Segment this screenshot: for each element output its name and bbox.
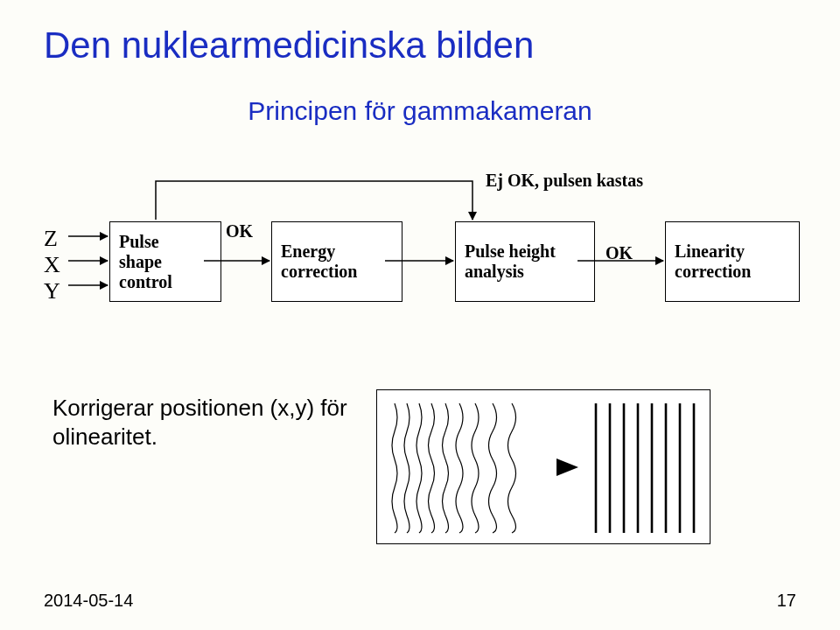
input-x: X xyxy=(44,252,60,278)
box-label: Energy correction xyxy=(281,242,357,282)
box-linearity-correction: Linearity correction xyxy=(665,221,800,302)
input-signals: Z X Y xyxy=(44,226,60,304)
box-label: Pulse shape control xyxy=(119,232,172,292)
input-z: Z xyxy=(44,226,60,252)
ok-label-2: OK xyxy=(606,243,633,263)
svg-marker-6 xyxy=(556,458,578,476)
page-title: Den nuklearmedicinska bilden xyxy=(44,24,534,66)
box-pulse-height-analysis: Pulse height analysis xyxy=(455,221,595,302)
box-energy-correction: Energy correction xyxy=(271,221,402,302)
linearity-illustration xyxy=(376,389,710,544)
box-label: Pulse height analysis xyxy=(465,242,556,282)
reject-path-label: Ej OK, pulsen kastas xyxy=(486,171,643,191)
page-subtitle: Principen för gammakameran xyxy=(0,96,840,126)
box-label: Linearity correction xyxy=(675,242,751,282)
caption-text: Korrigerar positionen (x,y) för olineari… xyxy=(52,394,347,451)
footer-page-number: 17 xyxy=(777,591,796,611)
footer-date: 2014-05-14 xyxy=(44,591,133,611)
ok-label-1: OK xyxy=(226,221,253,242)
input-y: Y xyxy=(44,278,60,304)
box-pulse-shape-control: Pulse shape control xyxy=(109,221,221,302)
